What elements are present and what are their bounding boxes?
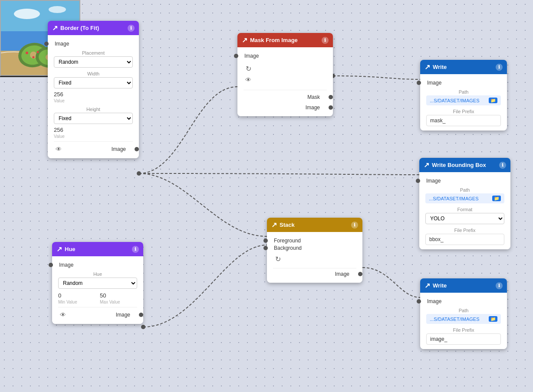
write-bbox-info-btn[interactable]: ℹ: [499, 162, 506, 169]
stack-title: Stack: [280, 222, 295, 228]
svg-point-8: [49, 6, 66, 13]
stack-icon: ↗: [271, 221, 277, 229]
width-value-label: Value: [54, 98, 133, 103]
border-input-port: [44, 42, 49, 46]
write-image-folder-icon[interactable]: 📁: [489, 316, 497, 322]
border-input-row: Image: [54, 41, 133, 47]
write-bbox-folder-icon[interactable]: 📁: [492, 196, 501, 201]
hue-node: ↗ Hue ℹ Image Hue Random Fixed 0 Min Val…: [52, 242, 143, 324]
border-node: ↗ Border (To Fit) ℹ Image Placement Rand…: [48, 21, 139, 158]
write-bbox-input-row: Image: [425, 178, 504, 184]
write-image-path-field: ...S/DATASET/IMAGES 📁: [426, 314, 501, 324]
hue-min-label: Min Value: [58, 300, 95, 304]
mask-output-mask-port: [329, 95, 333, 99]
hue-output-label: Image: [116, 312, 130, 318]
write-mask-info-btn[interactable]: ℹ: [496, 64, 503, 71]
width-type-select[interactable]: Fixed: [54, 77, 133, 88]
write-image-node: ↗ Write ℹ Image Path ...S/DATASET/IMAGES…: [420, 278, 507, 349]
svg-point-19: [33, 56, 35, 59]
hue-select[interactable]: Random Fixed: [58, 278, 137, 289]
placement-label: Placement: [54, 50, 133, 56]
border-header: ↗ Border (To Fit) ℹ: [48, 21, 139, 35]
write-bbox-input-label: Image: [426, 178, 441, 184]
write-image-input-row: Image: [426, 298, 501, 304]
stack-bg-label: Background: [274, 245, 302, 251]
mask-output-mask-label: Mask: [307, 94, 320, 100]
write-mask-input-row: Image: [426, 80, 501, 86]
write-mask-input-label: Image: [427, 80, 441, 86]
write-bbox-format-select[interactable]: YOLO COCO Pascal VOC: [425, 213, 504, 224]
stack-bg-row: Background: [273, 245, 356, 251]
stack-info-btn[interactable]: ℹ: [351, 222, 358, 229]
write-mask-prefix-input[interactable]: [426, 115, 501, 126]
hue-eye-btn[interactable]: 👁: [58, 310, 68, 320]
height-value: 256: [54, 126, 133, 134]
write-mask-body: Image Path ...S/DATASET/IMAGES 📁 File Pr…: [420, 74, 507, 131]
hue-input-port: [49, 263, 53, 267]
border-eye-btn[interactable]: 👁: [54, 144, 63, 154]
border-output-label: Image: [112, 146, 126, 152]
hue-info-btn[interactable]: ℹ: [132, 246, 139, 253]
hue-input-label: Image: [59, 262, 73, 268]
height-label: Height: [54, 107, 133, 112]
mask-output-image-row: Image: [243, 105, 327, 111]
write-image-header: ↗ Write ℹ: [420, 278, 507, 293]
write-image-path-label: Path: [426, 308, 501, 313]
write-bbox-header: ↗ Write Bounding Box ℹ: [419, 158, 510, 172]
mask-info-btn[interactable]: ℹ: [322, 37, 329, 44]
hue-header: ↗ Hue ℹ: [52, 242, 143, 256]
stack-bg-port: [263, 246, 268, 250]
stack-refresh-btn[interactable]: ↻: [273, 254, 283, 264]
write-bbox-format-label: Format: [425, 207, 504, 212]
write-mask-path-label: Path: [426, 89, 501, 95]
write-mask-prefix-label: File Prefix: [426, 109, 501, 114]
hue-hue-label: Hue: [58, 271, 137, 277]
write-mask-folder-icon[interactable]: 📁: [489, 98, 497, 103]
stack-header: ↗ Stack ℹ: [267, 218, 362, 232]
stack-fg-label: Foreground: [274, 238, 301, 244]
write-bbox-path-label: Path: [425, 187, 504, 193]
mask-eye-btn[interactable]: 👁: [243, 75, 253, 85]
write-bbox-prefix-label: File Prefix: [425, 228, 504, 233]
hue-input-row: Image: [58, 262, 137, 268]
stack-output-label: Image: [335, 271, 349, 277]
stack-output-port: [358, 272, 362, 276]
mask-input-label: Image: [244, 53, 259, 59]
placement-select[interactable]: Random: [54, 56, 133, 68]
border-title: Border (To Fit): [60, 25, 99, 31]
write-mask-header: ↗ Write ℹ: [420, 60, 507, 74]
write-mask-path-field: ...S/DATASET/IMAGES 📁: [426, 95, 501, 105]
write-mask-path-value: ...S/DATASET/IMAGES: [430, 98, 480, 103]
write-image-icon: ↗: [424, 281, 430, 290]
write-bbox-input-port: [416, 179, 420, 183]
hue-output-row: Image: [116, 312, 137, 318]
mask-input-row: Image: [243, 53, 327, 59]
mask-icon: ↗: [242, 36, 247, 44]
mask-output-mask-row: Mask: [243, 94, 327, 100]
write-image-path-value: ...S/DATASET/IMAGES: [430, 317, 480, 322]
write-bbox-prefix-input[interactable]: [425, 234, 504, 245]
write-image-info-btn[interactable]: ℹ: [496, 282, 503, 289]
write-image-prefix-input[interactable]: [426, 333, 501, 345]
write-mask-input-port: [417, 81, 421, 85]
mask-refresh-btn[interactable]: ↻: [243, 64, 253, 73]
write-image-input-label: Image: [427, 298, 441, 304]
height-type-select[interactable]: Fixed: [54, 113, 133, 124]
border-info-btn[interactable]: ℹ: [128, 25, 135, 32]
border-input-label: Image: [55, 41, 69, 47]
svg-point-17: [26, 52, 28, 54]
write-bbox-title: Write Bounding Box: [432, 162, 486, 168]
hue-max-label: Max Value: [100, 300, 137, 304]
stack-fg-port: [263, 238, 268, 243]
write-bbox-path-field: ...S/DATASET/IMAGES 📁: [425, 193, 504, 203]
border-icon: ↗: [52, 24, 58, 32]
write-mask-node: ↗ Write ℹ Image Path ...S/DATASET/IMAGES…: [420, 60, 507, 131]
svg-point-7: [14, 9, 40, 19]
mask-from-image-node: ↗ Mask From Image ℹ Image ↻ 👁 Mask Image: [237, 33, 333, 116]
border-output-port: [135, 147, 139, 151]
mask-body: Image ↻ 👁 Mask Image: [237, 47, 333, 116]
mask-output-image-label: Image: [306, 105, 320, 111]
border-output-row: Image: [112, 146, 133, 152]
write-image-prefix-label: File Prefix: [426, 327, 501, 333]
write-bbox-node: ↗ Write Bounding Box ℹ Image Path ...S/D…: [419, 158, 510, 249]
